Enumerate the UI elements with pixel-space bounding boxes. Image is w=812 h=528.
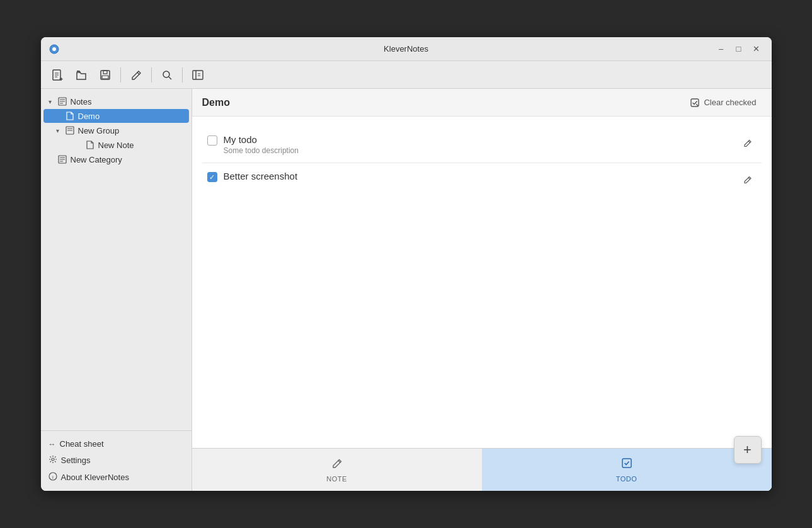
notes-label: Notes <box>71 97 92 106</box>
settings-icon <box>49 455 57 466</box>
todo-checkbox-1[interactable] <box>207 135 217 146</box>
edit-toolbar-button[interactable] <box>125 65 147 85</box>
cheat-sheet-item[interactable]: ↔ Cheat sheet <box>43 436 189 452</box>
svg-line-33 <box>696 104 698 106</box>
sidebar-tree: ▾ Notes ▾ <box>41 89 192 430</box>
save-toolbar-button[interactable] <box>94 65 117 85</box>
clear-checked-button[interactable]: Clear checked <box>685 95 761 110</box>
notes-icon <box>57 96 67 106</box>
new-group-label: New Group <box>78 126 120 135</box>
fab-icon: + <box>743 442 752 458</box>
about-item[interactable]: i About KleverNotes <box>43 469 189 486</box>
about-label: About KleverNotes <box>61 473 129 482</box>
sidebar-item-notes[interactable]: ▾ Notes <box>43 95 189 108</box>
svg-rect-11 <box>102 76 108 79</box>
app-window: KleverNotes – □ ✕ <box>41 37 772 491</box>
svg-point-12 <box>163 71 169 77</box>
new-category-label: New Category <box>71 155 122 164</box>
new-note-icon <box>85 140 95 150</box>
maximize-button[interactable]: □ <box>731 42 746 57</box>
title-bar: KleverNotes – □ ✕ <box>41 37 772 61</box>
sidebar: ▾ Notes ▾ <box>41 89 192 491</box>
new-category-icon <box>57 154 67 164</box>
sidebar-toolbar-button[interactable] <box>186 65 209 85</box>
note-tab-label: Note <box>326 475 347 483</box>
new-group-arrow: ▾ <box>56 127 65 134</box>
note-tab-icon <box>331 457 343 473</box>
notes-arrow: ▾ <box>49 98 57 105</box>
todo-edit-button-2[interactable] <box>739 171 757 188</box>
clear-checked-label: Clear checked <box>704 98 756 107</box>
sidebar-item-new-note[interactable]: ▾ New Note <box>43 138 189 152</box>
new-group-icon <box>65 125 75 135</box>
open-toolbar-button[interactable] <box>70 65 93 85</box>
todo-list: My todo Some todo description ✓ Better <box>192 117 772 448</box>
toolbar-buttons <box>46 65 767 85</box>
tab-todo[interactable]: TODO <box>482 449 772 491</box>
todo-edit-button-1[interactable] <box>739 134 757 152</box>
bottom-bar: Note TODO + <box>192 448 772 491</box>
sidebar-item-demo[interactable]: ▾ Demo <box>43 109 189 123</box>
todo-item: My todo Some todo description <box>202 127 762 163</box>
settings-item[interactable]: Settings <box>43 452 189 469</box>
main-content: ▾ Notes ▾ <box>41 89 772 491</box>
close-button[interactable]: ✕ <box>749 42 764 57</box>
minimize-button[interactable]: – <box>714 42 729 57</box>
sidebar-bottom: ↔ Cheat sheet Settings <box>41 430 192 491</box>
demo-label: Demo <box>78 112 100 121</box>
todo-content-1: My todo Some todo description <box>224 134 733 155</box>
about-icon: i <box>49 472 57 483</box>
svg-line-13 <box>169 77 171 79</box>
todo-checkbox-2[interactable]: ✓ <box>207 172 217 182</box>
toolbar-separator-2 <box>151 67 152 83</box>
search-toolbar-button[interactable] <box>156 65 178 85</box>
window-title: KleverNotes <box>384 44 428 54</box>
todo-tab-icon <box>620 457 633 473</box>
title-bar-left <box>49 43 60 55</box>
todo-content-2: Better screenshot <box>224 171 733 181</box>
todo-title-1: My todo <box>224 134 733 145</box>
app-icon <box>49 43 60 55</box>
cheat-sheet-icon: ↔ <box>49 440 56 449</box>
todo-tab-label: TODO <box>616 475 638 483</box>
new-note-label: New Note <box>98 141 134 150</box>
window-controls: – □ ✕ <box>714 42 764 57</box>
sidebar-item-new-group[interactable]: ▾ New Group <box>43 123 189 137</box>
toolbar-separator-1 <box>120 67 121 83</box>
toolbar <box>41 61 772 89</box>
svg-point-1 <box>52 47 56 51</box>
sidebar-item-new-category[interactable]: ▾ New Category <box>43 152 189 166</box>
content-title: Demo <box>202 97 230 108</box>
todo-title-2: Better screenshot <box>224 171 733 181</box>
tab-note[interactable]: Note <box>192 449 482 491</box>
cheat-sheet-label: Cheat sheet <box>60 439 104 449</box>
add-todo-button[interactable]: + <box>734 436 762 464</box>
svg-point-29 <box>52 458 54 461</box>
settings-label: Settings <box>61 456 91 465</box>
todo-item-2: ✓ Better screenshot <box>202 163 762 196</box>
content-area: Demo Clear checked My todo Some <box>192 89 772 491</box>
demo-icon <box>65 111 75 121</box>
new-note-toolbar-button[interactable] <box>46 65 69 85</box>
svg-text:i: i <box>52 474 54 480</box>
todo-desc-1: Some todo description <box>224 146 733 155</box>
content-header: Demo Clear checked <box>192 89 772 117</box>
svg-rect-14 <box>193 71 203 79</box>
toolbar-separator-3 <box>182 67 183 83</box>
svg-rect-34 <box>622 459 631 468</box>
